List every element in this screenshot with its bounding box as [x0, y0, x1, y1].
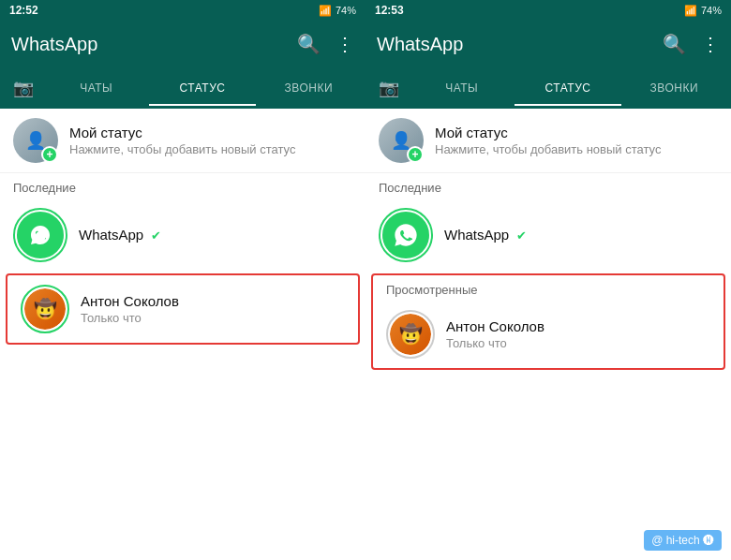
screen-left: 12:52 📶 74% WhatsApp 🔍 ⋮ 📷 ЧАТЫ СТАТУС З… [0, 0, 366, 560]
tab-chats-left[interactable]: ЧАТЫ [43, 70, 149, 106]
my-status-text-right: Мой статус Нажмите, чтобы добавить новый… [435, 125, 718, 156]
tabs-right: 📷 ЧАТЫ СТАТУС ЗВОНКИ [366, 67, 731, 109]
anton-name-left: Антон Соколов [81, 293, 345, 309]
app-title-left: WhatsApp [11, 34, 97, 55]
content-right: 👤 + Мой статус Нажмите, чтобы добавить н… [366, 109, 731, 560]
time-right: 12:53 [375, 4, 404, 17]
anton-sub-right: Только что [446, 336, 710, 350]
whatsapp-ring-right [379, 208, 433, 262]
whatsapp-svg-left [29, 224, 52, 246]
whatsapp-text-left: WhatsApp ✔ [79, 227, 352, 244]
tab-chats-right[interactable]: ЧАТЫ [409, 70, 515, 106]
battery-label-right: 74% [701, 5, 722, 16]
anton-ring-right: 🤠 [386, 310, 435, 359]
anton-text-right: Антон Соколов Только что [446, 318, 710, 350]
anton-sub-left: Только что [81, 311, 345, 325]
camera-tab-right[interactable]: 📷 [369, 78, 409, 98]
anton-avatar-left: 🤠 [24, 288, 66, 330]
my-status-left[interactable]: 👤 + Мой статус Нажмите, чтобы добавить н… [0, 109, 366, 173]
whatsapp-avatar-left: ● [17, 212, 64, 258]
whatsapp-status-item-left[interactable]: ● WhatsApp ✔ [0, 199, 366, 272]
more-button-right[interactable]: ⋮ [701, 33, 720, 55]
highlight-box-left: 🤠 Антон Соколов Только что [6, 273, 360, 345]
my-status-sub-left: Нажмите, чтобы добавить новый статус [69, 142, 352, 156]
app-bar-icons-left: 🔍 ⋮ [297, 33, 354, 55]
more-button-left[interactable]: ⋮ [336, 33, 354, 55]
app-bar-left: WhatsApp 🔍 ⋮ [0, 21, 366, 67]
section-recent-left: Последние [0, 173, 366, 199]
whatsapp-ring-left: ● [13, 208, 67, 262]
verified-badge-left: ✔ [151, 228, 161, 243]
status-icons-left: 📶 74% [319, 5, 356, 17]
tab-status-right[interactable]: СТАТУС [515, 70, 620, 106]
signal-icon-right: 📶 [684, 5, 697, 17]
whatsapp-name-right: WhatsApp ✔ [444, 227, 718, 243]
anton-cartoon-right: 🤠 [390, 314, 431, 355]
watermark: @ hi-tech 🅦 [644, 530, 722, 551]
highlight-box-right: Просмотренные 🤠 Антон Соколов Только что [371, 273, 725, 370]
anton-text-left: Антон Соколов Только что [81, 293, 345, 325]
anton-emoji-right: 🤠 [399, 323, 423, 346]
tabs-left: 📷 ЧАТЫ СТАТУС ЗВОНКИ [0, 67, 366, 109]
tab-status-left[interactable]: СТАТУС [149, 70, 255, 106]
whatsapp-status-item-right[interactable]: WhatsApp ✔ [366, 199, 731, 272]
section-viewed-right: Просмотренные [373, 275, 724, 301]
tab-calls-left[interactable]: ЗВОНКИ [256, 70, 362, 106]
search-button-right[interactable]: 🔍 [663, 33, 686, 55]
anton-ring-left: 🤠 [21, 285, 69, 333]
status-icons-right: 📶 74% [684, 5, 722, 17]
verified-badge-right: ✔ [516, 228, 527, 243]
app-bar-right: WhatsApp 🔍 ⋮ [366, 21, 731, 67]
my-status-name-left: Мой статус [69, 125, 352, 140]
anton-name-right: Антон Соколов [446, 318, 710, 334]
whatsapp-text-right: WhatsApp ✔ [444, 227, 718, 244]
anton-avatar-right: 🤠 [390, 314, 431, 355]
whatsapp-avatar-right [382, 212, 429, 258]
app-title-right: WhatsApp [377, 34, 463, 55]
my-status-name-right: Мой статус [435, 125, 718, 140]
my-avatar-wrap-right: 👤 + [379, 118, 424, 163]
time-left: 12:52 [9, 4, 38, 17]
status-bar-right: 12:53 📶 74% [366, 0, 731, 21]
add-status-btn-left[interactable]: + [41, 146, 58, 163]
my-avatar-wrap-left: 👤 + [13, 118, 58, 163]
content-left: 👤 + Мой статус Нажмите, чтобы добавить н… [0, 109, 366, 560]
tab-calls-right[interactable]: ЗВОНКИ [621, 70, 727, 106]
app-bar-icons-right: 🔍 ⋮ [663, 33, 720, 55]
whatsapp-name-left: WhatsApp ✔ [79, 227, 352, 243]
camera-tab-left[interactable]: 📷 [4, 78, 43, 98]
anton-emoji-left: 🤠 [34, 298, 57, 320]
anton-status-item-right[interactable]: 🤠 Антон Соколов Только что [373, 301, 724, 368]
anton-cartoon-left: 🤠 [24, 288, 66, 330]
section-recent-right: Последние [366, 173, 731, 199]
my-status-right[interactable]: 👤 + Мой статус Нажмите, чтобы добавить н… [366, 109, 731, 173]
signal-icon: 📶 [319, 5, 332, 17]
whatsapp-svg-right [393, 222, 419, 248]
search-button-left[interactable]: 🔍 [297, 33, 321, 55]
anton-status-item-left[interactable]: 🤠 Антон Соколов Только что [7, 275, 358, 343]
status-bar-left: 12:52 📶 74% [0, 0, 366, 21]
battery-label: 74% [336, 5, 356, 16]
my-status-text-left: Мой статус Нажмите, чтобы добавить новый… [69, 125, 352, 156]
screen-right: 12:53 📶 74% WhatsApp 🔍 ⋮ 📷 ЧАТЫ СТАТУС З… [366, 0, 731, 560]
add-status-btn-right[interactable]: + [407, 146, 424, 163]
my-status-sub-right: Нажмите, чтобы добавить новый статус [435, 142, 718, 156]
